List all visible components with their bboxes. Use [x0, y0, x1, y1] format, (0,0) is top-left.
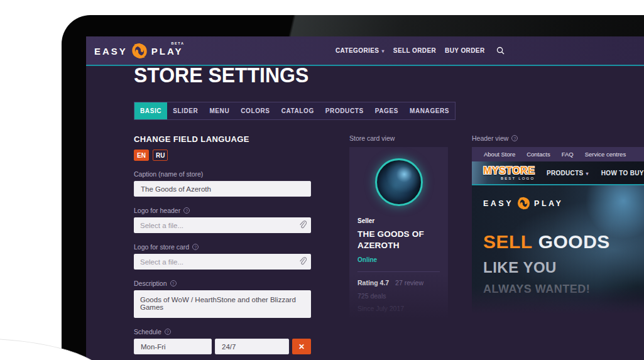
card-divider	[357, 271, 440, 272]
tab-basic[interactable]: BASIC	[134, 102, 167, 119]
banner-headline-goods: GOODS	[538, 231, 610, 252]
swirl-logo-icon	[517, 197, 530, 210]
header-view-section: Header view ? About Store Contacts FAQ S…	[472, 134, 644, 314]
tab-managers[interactable]: MANAGERS	[404, 102, 455, 119]
store-card-view-label: Store card view	[349, 134, 448, 142]
logo-play-text: PLAY	[151, 46, 183, 57]
file-placeholder: Select a file...	[140, 222, 183, 229]
banner-line3: ALWAYS WANTED!	[483, 283, 644, 296]
banner-headline: SELLGOODS	[483, 231, 644, 253]
chevron-down-icon: ▾	[586, 171, 589, 177]
preview-store-header-bar: MYSTORE BEST LOGO PRODUCTS▾ HOW TO BUY	[472, 161, 644, 184]
file-placeholder: Select a file...	[140, 258, 183, 266]
caption-input[interactable]	[134, 181, 311, 197]
laptop-bezel: EASY PLAY BETA CATEGORIES▾ SELL ORDER	[62, 15, 644, 360]
reviews-count: 27 review	[395, 279, 423, 286]
tab-products[interactable]: PRODUCTS	[320, 102, 369, 119]
rating-value: Rating 4.7	[357, 279, 389, 286]
close-icon: ✕	[298, 342, 305, 351]
navbar-links: CATEGORIES▾ SELL ORDER BUY ORDER	[336, 36, 505, 65]
store-name: THE GOODS OF AZEROTH	[357, 229, 440, 251]
banner-easyplay-logo: EASY PLAY	[483, 197, 644, 210]
paperclip-icon[interactable]	[299, 257, 307, 267]
description-textarea[interactable]: Goods of WoW / HearthStone and other Bli…	[134, 290, 311, 318]
rating-row: Rating 4.7 27 review	[357, 279, 440, 286]
schedule-days-input[interactable]	[134, 339, 212, 354]
tab-pages[interactable]: PAGES	[369, 102, 404, 119]
preview-link-contacts: Contacts	[527, 151, 550, 158]
store-card: Seller THE GOODS OF AZEROTH Online Ratin…	[349, 147, 448, 319]
since-date: Since July 2017	[357, 305, 440, 312]
mystore-logo: MYSTORE BEST LOGO	[483, 166, 535, 180]
language-heading: CHANGE FIELD LANGUAGE	[134, 134, 311, 144]
easyplay-logo[interactable]: EASY PLAY BETA	[94, 43, 183, 59]
help-icon: ?	[170, 280, 177, 286]
banner-logo-play: PLAY	[534, 199, 563, 208]
settings-tabs: BASIC SLIDER MENU COLORS CATALOG PRODUCT…	[134, 102, 456, 120]
store-card-preview-section: Store card view Seller THE GOODS OF AZER…	[349, 134, 448, 319]
store-avatar	[375, 158, 423, 206]
tab-catalog[interactable]: CATALOG	[276, 102, 320, 119]
nav-link-categories[interactable]: CATEGORIES▾	[336, 47, 385, 54]
help-icon: ?	[165, 329, 171, 335]
banner-headline-sell: SELL	[483, 231, 533, 252]
mystore-logo-text: MYSTORE	[483, 166, 535, 176]
preview-link-about: About Store	[484, 151, 515, 158]
tab-colors[interactable]: COLORS	[235, 102, 275, 119]
nav-link-buy-order[interactable]: BUY ORDER	[445, 47, 484, 54]
remove-schedule-button[interactable]: ✕	[292, 339, 311, 354]
help-icon: ?	[192, 244, 199, 250]
logo-card-file-input[interactable]: Select a file...	[134, 254, 311, 270]
schedule-label: Schedule ?	[134, 328, 311, 335]
search-icon[interactable]	[496, 46, 505, 55]
settings-form: CHANGE FIELD LANGUAGE EN RU Caption (nam…	[134, 134, 311, 360]
deals-count: 725 deals	[357, 292, 440, 300]
lang-button-ru[interactable]: RU	[153, 150, 168, 161]
app-screen: EASY PLAY BETA CATEGORIES▾ SELL ORDER	[86, 36, 644, 360]
logo-easy-text: EASY	[94, 46, 128, 57]
paperclip-icon[interactable]	[299, 221, 307, 231]
help-icon: ?	[183, 207, 190, 214]
description-label: Description ?	[134, 280, 311, 287]
banner-line2: LIKE YOU	[483, 259, 644, 276]
banner-logo-easy: EASY	[483, 199, 513, 208]
language-switcher: EN RU	[134, 150, 311, 161]
preview-top-links-bar: About Store Contacts FAQ Service centres	[472, 147, 644, 161]
lang-button-en[interactable]: EN	[134, 150, 149, 161]
preview-link-service-centres: Service centres	[585, 151, 626, 158]
schedule-hours-input[interactable]	[215, 339, 289, 354]
chevron-down-icon: ▾	[381, 48, 384, 54]
logo-beta-badge: BETA	[172, 41, 185, 45]
preview-menu-products: PRODUCTS▾	[547, 170, 589, 177]
page-title: STORE SETTINGS	[134, 63, 308, 87]
top-navbar: EASY PLAY BETA CATEGORIES▾ SELL ORDER	[86, 36, 644, 66]
logo-card-label: Logo for store card ?	[134, 243, 311, 251]
preview-link-faq: FAQ	[562, 151, 574, 158]
caption-label: Caption (name of store)	[134, 170, 311, 178]
online-status-badge: Online	[357, 256, 440, 263]
mockup-stage: EASY PLAY BETA CATEGORIES▾ SELL ORDER	[0, 0, 644, 360]
logo-play-wrap: PLAY BETA	[151, 46, 183, 57]
schedule-row: ✕	[134, 339, 311, 354]
preview-banner: EASY PLAY SELLGOODS LIKE YOU ALWAYS WANT…	[472, 185, 644, 314]
logo-header-label: Logo for header ?	[134, 207, 311, 214]
logo-header-file-input[interactable]: Select a file...	[134, 217, 311, 233]
preview-store-menu: PRODUCTS▾ HOW TO BUY	[547, 161, 644, 184]
swirl-logo-icon	[131, 43, 148, 59]
preview-menu-how-to-buy: HOW TO BUY	[601, 170, 644, 177]
tab-menu[interactable]: MENU	[204, 102, 235, 119]
tab-slider[interactable]: SLIDER	[167, 102, 204, 119]
seller-label: Seller	[357, 217, 440, 224]
help-icon: ?	[511, 135, 518, 141]
mystore-logo-subtext: BEST LOGO	[483, 177, 535, 180]
nav-link-sell-order[interactable]: SELL ORDER	[393, 47, 436, 54]
header-view-label: Header view ?	[472, 134, 644, 142]
